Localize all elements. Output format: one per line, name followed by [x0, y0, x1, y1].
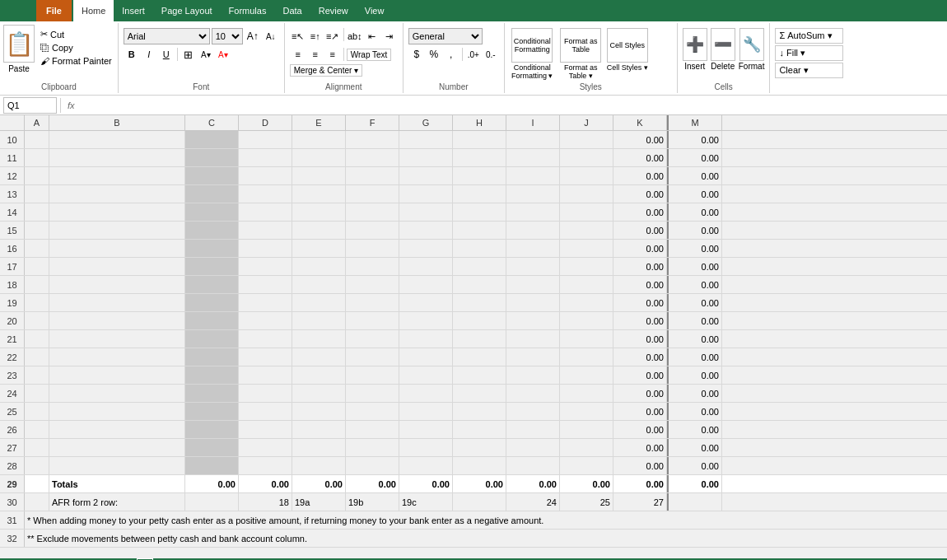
cell-i[interactable]	[506, 222, 560, 239]
cell-j[interactable]: 0.00	[560, 475, 613, 492]
cell-g[interactable]: 0.00	[399, 475, 453, 492]
cell-c[interactable]	[185, 294, 239, 311]
cell-e[interactable]	[292, 403, 346, 420]
cell-k[interactable]: 0.00	[613, 457, 667, 474]
cell-c[interactable]	[185, 149, 239, 166]
cell-k[interactable]: 0.00	[613, 222, 667, 239]
cell-k[interactable]: 0.00	[613, 294, 667, 311]
tab-insert[interactable]: Insert	[114, 0, 153, 21]
cell-m[interactable]: 0.00	[669, 403, 722, 420]
cell-f[interactable]	[346, 276, 399, 293]
table-row[interactable]: 29Totals0.000.000.000.000.000.000.000.00…	[0, 475, 947, 493]
cell-g[interactable]	[399, 222, 453, 239]
align-top-left-button[interactable]: ≡↖	[290, 28, 306, 44]
cell-i[interactable]	[506, 276, 560, 293]
cell-d[interactable]	[239, 439, 292, 456]
cell-m[interactable]	[669, 493, 722, 511]
cell-a[interactable]	[25, 131, 49, 148]
percent-button[interactable]: %	[426, 46, 442, 63]
cell-f[interactable]	[346, 203, 399, 221]
paste-button[interactable]: 📋 Paste	[3, 25, 35, 73]
cell-d[interactable]: 0.00	[239, 475, 292, 492]
cell-a[interactable]	[25, 457, 49, 474]
cell-a[interactable]	[25, 475, 49, 492]
cell-h[interactable]	[453, 348, 506, 366]
cell-d[interactable]	[239, 403, 292, 420]
cell-e[interactable]	[292, 167, 346, 184]
cell-e[interactable]	[292, 131, 346, 148]
indent-increase-button[interactable]: ⇥	[381, 28, 398, 44]
cell-e[interactable]	[292, 222, 346, 239]
cell-h[interactable]	[453, 439, 506, 456]
cell-d[interactable]	[239, 149, 292, 166]
formula-input[interactable]	[82, 97, 944, 114]
cell-m[interactable]: 0.00	[669, 312, 722, 329]
cell-e[interactable]: 0.00	[292, 475, 346, 492]
cell-k[interactable]: 27	[613, 493, 667, 511]
table-row[interactable]: 140.000.00	[0, 203, 947, 222]
cell-m[interactable]: 0.00	[669, 366, 722, 384]
table-row[interactable]: 31* When adding money to your petty cash…	[0, 511, 947, 530]
tab-formulas[interactable]: Formulas	[221, 0, 275, 21]
number-format-select[interactable]: General	[408, 28, 483, 44]
cell-c[interactable]	[185, 421, 239, 438]
cell-h[interactable]	[453, 294, 506, 311]
cell-h[interactable]	[453, 222, 506, 239]
cell-h[interactable]	[453, 131, 506, 148]
cell-a[interactable]	[25, 149, 49, 166]
cell-h[interactable]	[453, 203, 506, 221]
font-color-button[interactable]: A▾	[215, 46, 231, 63]
cell-k[interactable]: 0.00	[613, 258, 667, 275]
cell-a[interactable]	[25, 294, 49, 311]
cell-k[interactable]: 0.00	[613, 149, 667, 166]
table-row[interactable]: 160.000.00	[0, 240, 947, 258]
cell-m[interactable]: 0.00	[669, 149, 722, 166]
clear-button[interactable]: Clear ▾	[775, 63, 843, 78]
cell-j[interactable]	[560, 312, 613, 329]
table-row[interactable]: 210.000.00	[0, 330, 947, 348]
table-row[interactable]: 190.000.00	[0, 294, 947, 312]
cell-f[interactable]	[346, 366, 399, 384]
cell-e[interactable]	[292, 149, 346, 166]
cell-k[interactable]: 0.00	[613, 276, 667, 293]
cell-i[interactable]	[506, 403, 560, 420]
format-painter-button[interactable]: 🖌Format Painter	[38, 55, 114, 67]
underline-button[interactable]: U	[158, 46, 175, 63]
cell-reference-box[interactable]	[3, 97, 57, 114]
cell-m[interactable]: 0.00	[669, 457, 722, 474]
cell-i[interactable]	[506, 203, 560, 221]
tab-view[interactable]: View	[357, 0, 393, 21]
cell-i[interactable]	[506, 439, 560, 456]
table-row[interactable]: 230.000.00	[0, 366, 947, 385]
cell-c[interactable]	[185, 167, 239, 184]
cell-k[interactable]: 0.00	[613, 403, 667, 420]
cell-d[interactable]	[239, 385, 292, 402]
cell-b[interactable]	[49, 366, 185, 384]
col-header-a[interactable]: A	[25, 115, 49, 130]
cell-i[interactable]	[506, 385, 560, 402]
table-row[interactable]: 32** Exclude movements between petty cas…	[0, 530, 947, 548]
cell-g[interactable]	[399, 294, 453, 311]
col-header-e[interactable]: E	[292, 115, 346, 130]
cell-d[interactable]	[239, 421, 292, 438]
cell-b[interactable]	[49, 294, 185, 311]
cell-c[interactable]	[185, 131, 239, 148]
cell-f[interactable]	[346, 131, 399, 148]
tab-file[interactable]: File	[36, 0, 72, 21]
table-row[interactable]: 110.000.00	[0, 149, 947, 167]
cell-i[interactable]	[506, 366, 560, 384]
cell-e[interactable]	[292, 366, 346, 384]
cell-m[interactable]: 0.00	[669, 475, 722, 492]
cell-a[interactable]	[25, 439, 49, 456]
cell-i[interactable]	[506, 330, 560, 348]
cell-h[interactable]	[453, 493, 506, 511]
cell-c[interactable]	[185, 312, 239, 329]
cell-f[interactable]	[346, 294, 399, 311]
cell-m[interactable]: 0.00	[669, 203, 722, 221]
cell-f[interactable]: 19b	[346, 493, 399, 511]
cell-a[interactable]	[25, 276, 49, 293]
cell-i[interactable]	[506, 457, 560, 474]
col-header-i[interactable]: I	[506, 115, 560, 130]
cell-f[interactable]	[346, 421, 399, 438]
cell-j[interactable]	[560, 167, 613, 184]
